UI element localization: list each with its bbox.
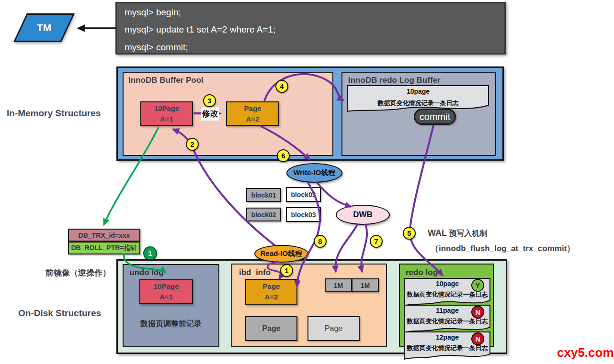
pre-image-label: 前镜像（逆操作） <box>45 267 111 278</box>
undo-log-panel: undo log 数据页调整前记录 <box>123 264 219 347</box>
buffer-old-page: 10Page A=1 <box>140 101 193 126</box>
in-memory-label: In-Memory Structures <box>7 108 101 119</box>
redo-doc-3-desc: 数据页变化情况记录一条日志 <box>404 344 491 353</box>
redo-log-title: redo log <box>406 268 438 277</box>
wal-note: WAL 预写入机制 <box>428 228 487 239</box>
wal-subtitle: 预写入机制 <box>449 229 487 237</box>
redo-doc-2-desc: 数据页变化情况记录一条日志 <box>404 317 491 326</box>
db-trx-id-box: DB_TRX_id=xxx <box>68 229 140 242</box>
tm-label: TM <box>22 15 67 41</box>
undo-old-page: 10Page A=1 <box>139 279 193 304</box>
step-4: 4 <box>275 80 288 93</box>
tm-node: TM <box>13 13 75 42</box>
step-1-undo: 1 <box>143 246 157 260</box>
ibd-chunk-1: 1M <box>325 278 352 292</box>
redo-buffer-doc-title: 10page <box>347 88 489 95</box>
ibd-page-light: Page <box>307 316 360 341</box>
redo-doc-1: 10page Y 数据页变化情况记录一条日志 <box>404 278 491 312</box>
terminal-line-1: mysql> begin; <box>125 7 181 18</box>
terminal-line-3: mysql> commit; <box>125 42 188 53</box>
on-disk-label: On-Disk Structures <box>18 308 101 319</box>
watermark: cxy5.com <box>557 345 614 360</box>
step-5: 5 <box>403 227 416 240</box>
wal-parameter: （innodb_flush_log_at_trx_commit） <box>431 243 575 254</box>
buffer-new-page-name: Page <box>244 103 262 114</box>
redo-buffer-doc-desc: 数据页变化情况记录一条日志 <box>347 99 489 108</box>
step-7: 7 <box>370 235 383 248</box>
ibd-info-title: ibd info <box>239 268 271 277</box>
undo-old-page-name: 10Page <box>154 281 179 292</box>
arrow-writeio-to-dwb <box>316 182 351 207</box>
redo-doc-1-flag: Y <box>471 279 484 292</box>
step-1-ibd: 1 <box>280 264 293 277</box>
innodb-architecture-diagram: mysql> begin; mysql> update t1 set A=2 w… <box>0 0 614 364</box>
buffer-new-page: Page A=2 <box>226 101 279 126</box>
log-block-01: block01 <box>246 188 281 202</box>
undo-log-title: undo log <box>129 268 164 277</box>
ibd-page-gray: Page <box>245 316 297 341</box>
dwb-node: DWB <box>336 205 390 225</box>
undo-log-note: 数据页调整前记录 <box>124 319 218 329</box>
ibd-new-page-value: A=2 <box>265 292 278 302</box>
ibd-chunk-2: 1M <box>352 278 379 292</box>
buffer-new-page-value: A=2 <box>246 114 260 124</box>
buffer-old-page-name: 10Page <box>154 103 180 114</box>
step-3: 3 <box>203 94 216 107</box>
undo-old-page-value: A=1 <box>159 292 173 302</box>
buffer-pool-title: InnoDB Buffer Pool <box>128 76 204 85</box>
terminal-line-2: mysql> update t1 set A=2 where A=1; <box>125 24 275 35</box>
ibd-new-page: Page A=2 <box>245 279 297 305</box>
log-block-02: block02 <box>246 208 281 221</box>
write-io-thread: Write-IO线程 <box>286 163 342 183</box>
log-block-03a: block03 <box>286 187 321 202</box>
db-roll-ptr-box: DB_ROLL_PTR=指针 <box>68 242 140 254</box>
redo-log-buffer-title: InnoDB redo Log Buffer <box>348 76 441 85</box>
ibd-new-page-name: Page <box>263 281 280 292</box>
commit-pill: commit <box>414 109 456 125</box>
step-2: 2 <box>186 138 199 151</box>
step-8: 8 <box>314 235 327 248</box>
modify-label: 修改 <box>201 107 219 121</box>
redo-doc-1-desc: 数据页变化情况记录一条日志 <box>404 290 491 299</box>
mysql-terminal: mysql> begin; mysql> update t1 set A=2 w… <box>115 2 506 55</box>
wal-title: WAL <box>428 228 447 238</box>
log-block-03b: block03 <box>286 207 321 222</box>
step-6: 6 <box>277 149 290 162</box>
read-io-thread: Read-IO线程 <box>254 245 308 263</box>
buffer-old-page-value: A=1 <box>160 114 173 124</box>
